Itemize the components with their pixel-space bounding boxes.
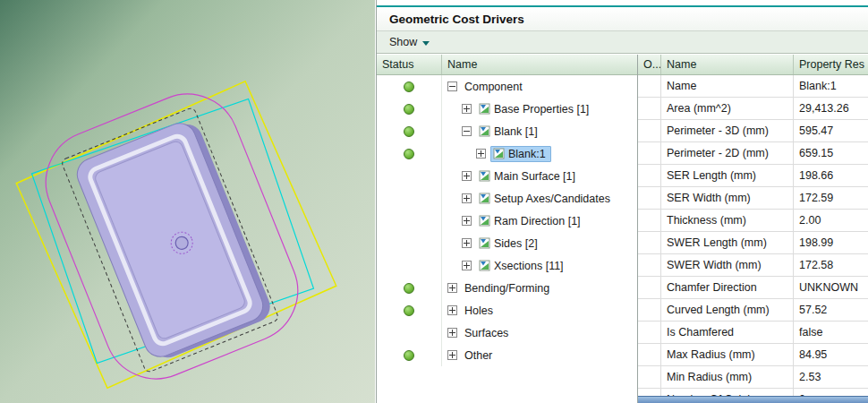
gcd-icon [479, 103, 490, 115]
expand-icon[interactable] [462, 238, 472, 248]
tree-row[interactable]: Blank:1 [377, 142, 637, 165]
tree-row-content[interactable]: Xsections [11] [476, 258, 569, 274]
property-row[interactable]: SWER Length (mm)198.99 [638, 232, 868, 254]
show-dropdown-label: Show [389, 36, 417, 48]
tree-row-content[interactable]: Bending/Forming [462, 280, 555, 296]
column-header-status[interactable]: Status [377, 55, 442, 74]
status-ok-dot [404, 350, 414, 361]
tree-body: ComponentBase Properties [1]Blank [1]Bla… [377, 75, 637, 366]
status-ok-dot [404, 283, 414, 294]
tree-item-label: Surfaces [464, 327, 508, 339]
property-row[interactable]: Chamfer DirectionUNKNOWN [638, 277, 868, 299]
column-header-o[interactable]: O... [638, 55, 661, 74]
expand-icon[interactable] [447, 328, 457, 338]
tree-item-label: Setup Axes/Candidates [494, 193, 610, 205]
status-cell [377, 344, 442, 366]
property-row[interactable]: Thickness (mm)2.00 [638, 210, 868, 232]
expand-icon[interactable] [462, 104, 472, 114]
property-row[interactable]: NameBlank:1 [638, 75, 868, 98]
tree-row-content[interactable]: Surfaces [462, 325, 514, 341]
gcd-icon [493, 148, 505, 159]
status-cell [377, 98, 442, 120]
tree-row[interactable]: Sides [2] [377, 232, 637, 254]
status-cell [377, 322, 442, 344]
expand-icon[interactable] [462, 193, 472, 203]
status-cell [377, 277, 442, 299]
tree-row[interactable]: Main Surface [1] [377, 165, 637, 187]
cad-canvas [0, 0, 375, 403]
tree-row-content[interactable]: Blank:1 [490, 146, 551, 162]
expand-icon[interactable] [447, 305, 457, 315]
column-header-prop-result[interactable]: Property Res [794, 55, 868, 74]
tree-row-content[interactable]: Base Properties [1] [476, 101, 594, 117]
tree-name-cell: Ram Direction [1] [442, 210, 637, 232]
tree-row[interactable]: Base Properties [1] [377, 98, 637, 120]
tree-name-cell: Base Properties [1] [442, 98, 637, 120]
property-row[interactable]: Min Radius (mm)2.53 [638, 366, 868, 389]
tree-row-content[interactable]: Sides [2] [476, 236, 543, 252]
property-row[interactable]: Max Radius (mm)84.95 [638, 344, 868, 366]
collapse-icon[interactable] [462, 126, 472, 136]
tree-row-content[interactable]: Setup Axes/Candidates [476, 191, 616, 207]
tree-name-cell: Blank:1 [442, 142, 637, 165]
tree-row-content[interactable]: Main Surface [1] [476, 168, 581, 184]
tree-row[interactable]: Setup Axes/Candidates [377, 187, 637, 210]
gcd-icon [479, 260, 490, 271]
expand-icon[interactable] [447, 283, 457, 293]
gcd-icon [479, 237, 490, 249]
app-root: Geometric Cost Drivers Show Status Name … [0, 0, 868, 403]
tree-name-cell: Setup Axes/Candidates [442, 187, 637, 210]
expand-icon[interactable] [476, 149, 486, 159]
property-row[interactable]: SER Length (mm)198.66 [638, 165, 868, 187]
property-name: Min Radius (mm) [661, 366, 794, 388]
gcd-tree-table: Status Name ComponentBase Properties [1]… [377, 55, 638, 403]
tree-row[interactable]: Surfaces [377, 322, 637, 344]
tree-row-content[interactable]: Component [462, 79, 528, 95]
show-dropdown[interactable]: Show [384, 34, 435, 50]
column-header-prop-name[interactable]: Name [661, 55, 794, 74]
property-name: Max Radius (mm) [661, 344, 794, 365]
property-table: O... Name Property Res NameBlank:1Area (… [638, 55, 868, 403]
tree-item-label: Ram Direction [1] [494, 215, 581, 227]
tree-row[interactable]: Bending/Forming [377, 277, 637, 299]
property-name: SER Length (mm) [661, 165, 794, 186]
tree-item-label: Other [464, 349, 492, 362]
cad-viewport[interactable] [0, 0, 375, 403]
expand-icon[interactable] [462, 216, 472, 226]
tree-row-content[interactable]: Blank [1] [476, 124, 543, 140]
property-row[interactable]: SWER Width (mm)172.58 [638, 254, 868, 277]
override-cell [638, 75, 661, 97]
expand-icon[interactable] [462, 171, 472, 181]
tree-row[interactable]: Ram Direction [1] [377, 210, 637, 232]
property-row[interactable]: Perimeter - 2D (mm)659.15 [638, 142, 868, 165]
tree-row-content[interactable]: Holes [462, 303, 498, 319]
tree-row[interactable]: Component [377, 75, 637, 98]
tree-item-label: Base Properties [1] [494, 103, 589, 116]
status-cell [377, 142, 442, 165]
tree-row-content[interactable]: Other [462, 347, 498, 364]
tree-row[interactable]: Blank [1] [377, 120, 637, 142]
column-header-name[interactable]: Name [442, 55, 637, 74]
tree-name-cell: Xsections [11] [442, 254, 637, 277]
property-row[interactable]: SER Width (mm)172.59 [638, 187, 868, 210]
property-row[interactable]: Perimeter - 3D (mm)595.47 [638, 120, 868, 142]
tree-row-content[interactable]: Ram Direction [1] [476, 213, 586, 229]
property-value: 57.52 [794, 299, 868, 321]
expand-icon[interactable] [447, 350, 457, 360]
expand-icon[interactable] [462, 261, 472, 270]
tree-item-label: Bending/Forming [464, 282, 549, 295]
tree-name-cell: Blank [1] [442, 120, 637, 142]
tree-row[interactable]: Holes [377, 299, 637, 322]
chevron-down-icon [422, 41, 430, 46]
property-row[interactable]: Curved Length (mm)57.52 [638, 299, 868, 322]
property-name: Perimeter - 3D (mm) [661, 120, 794, 141]
override-cell [638, 254, 661, 276]
property-row[interactable]: Area (mm^2)29,413.26 [638, 98, 868, 120]
status-ok-dot [404, 305, 414, 316]
property-name: SWER Width (mm) [661, 254, 794, 276]
tree-row[interactable]: Xsections [11] [377, 254, 637, 277]
horizontal-scrollbar[interactable] [638, 396, 868, 403]
collapse-icon[interactable] [447, 81, 457, 91]
tree-row[interactable]: Other [377, 344, 637, 366]
property-row[interactable]: Is Chamferedfalse [638, 322, 868, 344]
